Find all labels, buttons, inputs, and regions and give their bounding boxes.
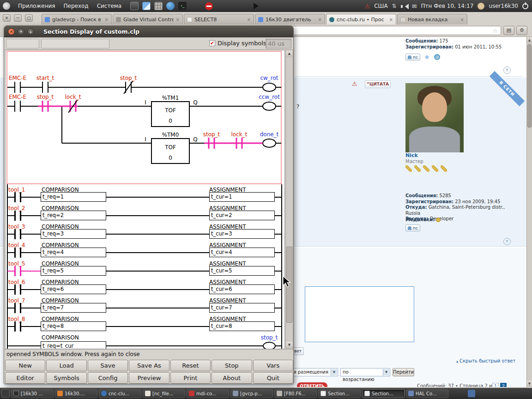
wire [21,234,41,235]
report-icon[interactable]: ⚠ [352,80,357,87]
browser-tab[interactable]: SELECT8 × [184,14,254,24]
window-maximize-button[interactable]: ▴ [27,28,34,35]
keyboard-layout-indicator[interactable]: США [374,3,387,9]
tab-close-icon[interactable]: × [105,17,109,22]
taskbar-window-button[interactable]: [16k30 ... [11,389,54,398]
ladder-button[interactable]: Editor [5,372,45,384]
bookmarks-icon[interactable]: ▤ [503,26,514,35]
taskbar-window-button[interactable]: mdi-co... [187,389,229,398]
author-name[interactable]: Nick [405,152,418,158]
taskbar-window-button[interactable]: [F80.F6... [274,389,317,398]
ladder-button[interactable]: Save [88,360,128,371]
taskbar-window-button[interactable]: 16k30.... [55,389,97,398]
browser-minimize-button[interactable]: ─ [14,14,22,22]
browser-tab[interactable]: cnc-club.ru • Прос × [326,14,396,24]
window-titlebar[interactable]: ✕ ▾ ▴ Section Display of custom.clp [4,26,293,37]
taskbar-window-button[interactable]: HAL Co... [406,389,448,398]
scroll-down-arrow[interactable]: ▼ [286,342,293,349]
pm-badge[interactable]: пс [405,224,420,231]
browser-tab[interactable]: Новая вкладка × [397,14,467,24]
ladder-button[interactable]: Stop [212,360,252,371]
user-avatar-icon[interactable] [478,3,484,10]
clock[interactable]: Птн Фев 10, 14:17 [421,3,474,9]
ladder-scrollbar[interactable]: ▲ ▼ [285,50,293,349]
warning-indicator-icon[interactable]: ⚠ [365,3,370,10]
ladder-button[interactable]: Load [46,360,86,371]
terminal-launcher-icon[interactable]: ›_ [178,2,187,10]
layout-switch-icon[interactable]: ⇅ [392,3,397,9]
ladder-button[interactable]: Preview [129,372,169,384]
ladder-button[interactable]: Symbols [46,372,86,384]
scroll-top-icon[interactable]: ↑ [503,66,511,74]
browser-close-button[interactable]: ✕ [3,14,11,22]
assignment-box: t_cur=3 [209,229,275,239]
section-comment-field[interactable] [41,39,109,48]
no-entry-icon[interactable] [205,2,213,10]
browser-tab[interactable]: Glade Virtual Contro × [113,14,183,24]
ladder-button[interactable]: About [212,372,252,384]
browser-launcher-icon[interactable] [166,2,175,10]
pm-badge[interactable]: пс [405,54,420,60]
scroll-top-icon[interactable]: ↑ [503,238,511,245]
reply-topic-button[interactable]: ОТВЕТИТЬ [297,382,327,387]
taskbar-window-button[interactable]: Section... [318,389,361,398]
window-close-button[interactable]: ✕ [8,28,15,35]
power-icon[interactable] [522,3,528,9]
menu-places[interactable]: Переход [60,0,93,12]
menu-applications[interactable]: Приложения [14,0,60,12]
scroll-down-arrow[interactable]: ▼ [527,381,532,387]
browser-tab[interactable]: gladevcp - Поиск в × [42,14,112,24]
go-button[interactable]: Перейти [393,368,414,376]
menu-system[interactable]: Система [93,0,126,12]
ladder-button[interactable]: Reset [170,360,211,371]
hide-quick-reply-link[interactable]: ▴Скрыть быстрый ответ [456,358,515,363]
panel-arrow-icon[interactable] [254,3,259,9]
taskbar-window-button[interactable]: cnc-clu... [99,389,141,398]
user-photo[interactable] [405,83,464,152]
ladder-button[interactable]: Quit [253,372,293,384]
tab-close-icon[interactable]: × [318,17,322,22]
taskbar-window-button[interactable]: [nc_file... [143,389,185,398]
tab-close-icon[interactable]: × [460,17,464,22]
browser-tab[interactable]: 16к30 двигатель × [255,14,325,24]
ladder-button[interactable]: New [5,360,45,371]
pagination-page[interactable]: 2 [500,383,507,387]
distro-logo-icon[interactable] [3,2,10,10]
sort-order-select[interactable]: по возрастанию▼ [340,368,390,376]
scroll-up-arrow[interactable]: ▲ [286,50,293,57]
window-minimize-button[interactable]: ▾ [18,28,24,35]
show-desktop-button[interactable] [1,389,10,398]
coil-label: ccw_rot [259,94,280,100]
contact-icon[interactable]: @ [434,54,440,60]
mail-icon[interactable]: ✉ [412,3,417,10]
display-symbols-checkbox[interactable]: ✔ [209,40,215,46]
section-combo[interactable] [6,39,39,48]
ladder-canvas[interactable]: EMC-E start_t stop_t cw_rot EMC-E stop_t… [5,50,285,349]
scrollbar-thumb[interactable] [527,44,532,127]
browser-maximize-button[interactable]: ▢ [25,14,33,22]
reply-textarea[interactable] [305,286,414,342]
screenshot-launcher-icon[interactable] [130,2,139,10]
pagination-page[interactable]: 1 [492,383,499,387]
quote-button[interactable]: “ЦИТАТА [365,80,391,88]
comparison-box: t_req=2 [41,211,106,220]
taskbar-window-button[interactable]: Section... [362,389,405,398]
username[interactable]: user16k30 [489,3,518,9]
volume-icon[interactable] [401,3,408,9]
wrench-icon[interactable]: ⚙ [516,26,527,35]
tab-close-icon[interactable]: × [176,17,180,22]
ladder-button[interactable]: Print [170,372,211,384]
browser-scrollbar[interactable]: ▲ ▼ [526,37,532,387]
ladder-button[interactable]: Save As [129,360,169,371]
tab-close-icon[interactable]: × [247,17,251,22]
windows-launcher-icon[interactable] [142,2,151,10]
ladder-button[interactable]: Vars [253,360,293,371]
snowflake-icon[interactable]: ❄ [425,54,429,60]
calculator-launcher-icon[interactable] [154,2,163,10]
bookmark-star-icon[interactable]: ☆ [492,27,498,34]
taskbar-window-button[interactable]: [gvcp-p... [230,389,273,398]
taskbar-applet-icon[interactable] [468,390,475,397]
ladder-button[interactable]: Config [88,372,128,384]
tab-close-icon[interactable]: × [389,17,393,22]
scroll-up-arrow[interactable]: ▲ [527,37,532,43]
